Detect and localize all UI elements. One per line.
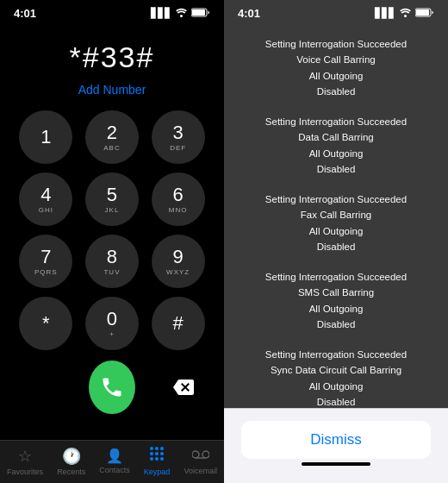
result-line: All Outgoing	[309, 302, 364, 317]
result-line: Disabled	[317, 162, 356, 177]
result-block-4: Setting Interrogation SucceededSync Data…	[241, 348, 431, 408]
svg-point-11	[160, 457, 164, 461]
tab-voicemail[interactable]: Voicemail	[184, 447, 217, 475]
tab-favourites[interactable]: ☆ Favourites	[7, 447, 43, 476]
result-block-2: Setting Interrogation SucceededFax Call …	[241, 192, 431, 254]
tab-contacts-label: Contacts	[99, 466, 130, 474]
svg-point-15	[404, 15, 407, 17]
status-bar-left: 4:01 ▋▋▋	[0, 0, 224, 23]
svg-point-7	[155, 452, 159, 455]
signal-icon-right: ▋▋▋	[375, 8, 395, 19]
svg-rect-17	[416, 9, 429, 16]
result-line: Disabled	[317, 317, 356, 332]
contacts-icon: 👤	[106, 448, 123, 464]
result-line: Setting Interrogation Succeeded	[265, 270, 407, 285]
result-panel: 4:01 ▋▋▋ Setting Interrogation Succeeded	[224, 0, 448, 483]
result-line: All Outgoing	[309, 380, 364, 394]
status-icons-right: ▋▋▋	[375, 7, 434, 20]
delete-button[interactable]	[161, 361, 207, 414]
time-right: 4:01	[238, 7, 260, 20]
svg-point-6	[150, 452, 153, 455]
result-line: Sync Data Circuit Call Barring	[271, 363, 401, 378]
battery-icon-right	[415, 7, 434, 20]
result-line: SMS Call Barring	[298, 285, 374, 300]
svg-point-13	[202, 451, 209, 458]
tab-recents[interactable]: 🕐 Recents	[57, 447, 85, 476]
dialer-panel: 4:01 ▋▋▋ *#33# Add Number	[0, 0, 224, 483]
result-line: Setting Interrogation Succeeded	[265, 192, 407, 207]
key-9[interactable]: 9 WXYZ	[152, 235, 205, 288]
svg-point-4	[155, 447, 159, 450]
keypad-icon	[149, 446, 165, 466]
tab-bar: ☆ Favourites 🕐 Recents 👤 Contacts Keypad	[0, 440, 224, 483]
svg-point-3	[150, 447, 153, 450]
tab-keypad-label: Keypad	[144, 467, 171, 476]
tab-recents-label: Recents	[57, 467, 85, 476]
status-bar-right: 4:01 ▋▋▋	[224, 0, 448, 23]
result-line: Disabled	[317, 395, 356, 408]
svg-point-8	[160, 452, 164, 455]
status-icons-left: ▋▋▋	[151, 7, 210, 20]
wifi-icon-right	[399, 7, 412, 20]
result-line: Data Call Barring	[298, 130, 374, 145]
dismiss-button[interactable]: Dismiss	[241, 421, 431, 459]
result-block-3: Setting Interrogation SucceededSMS Call …	[241, 270, 431, 332]
time-left: 4:01	[14, 7, 36, 20]
result-line: All Outgoing	[309, 147, 364, 161]
key-hash[interactable]: #	[152, 297, 205, 350]
key-3[interactable]: 3 DEF	[152, 110, 205, 164]
favourites-icon: ☆	[18, 447, 32, 466]
result-line: Setting Interrogation Succeeded	[265, 115, 407, 129]
recents-icon: 🕐	[62, 447, 81, 466]
battery-icon	[191, 7, 210, 20]
key-1[interactable]: 1	[19, 110, 72, 164]
result-line: Voice Call Barring	[296, 53, 375, 67]
result-line: Disabled	[317, 240, 356, 254]
key-8[interactable]: 8 TUV	[85, 235, 139, 288]
home-indicator	[241, 459, 431, 467]
placeholder-left	[17, 361, 63, 414]
tab-contacts[interactable]: 👤 Contacts	[99, 448, 130, 474]
svg-point-0	[180, 15, 183, 17]
wifi-icon	[175, 7, 188, 20]
key-7[interactable]: 7 PQRS	[19, 235, 72, 288]
svg-point-5	[160, 447, 164, 450]
key-star[interactable]: *	[19, 297, 72, 350]
tab-favourites-label: Favourites	[7, 467, 43, 476]
dial-number: *#33#	[70, 41, 155, 74]
result-line: Disabled	[317, 85, 356, 99]
result-line: All Outgoing	[309, 224, 364, 239]
home-bar	[302, 462, 370, 466]
svg-point-9	[150, 457, 153, 461]
result-line: Setting Interrogation Succeeded	[265, 37, 407, 52]
result-block-0: Setting Interrogation SucceededVoice Cal…	[241, 37, 431, 99]
add-number-label[interactable]: Add Number	[78, 83, 146, 97]
dial-display: *#33# Add Number 1 2 ABC 3 DEF 4 GHI 5 J…	[0, 23, 224, 440]
result-block-1: Setting Interrogation SucceededData Call…	[241, 115, 431, 177]
key-4[interactable]: 4 GHI	[19, 172, 72, 226]
keypad-grid: 1 2 ABC 3 DEF 4 GHI 5 JKL 6 MNO	[17, 110, 207, 350]
svg-point-10	[155, 457, 159, 461]
result-line: Setting Interrogation Succeeded	[265, 348, 407, 362]
result-content: Setting Interrogation SucceededVoice Cal…	[224, 23, 448, 408]
result-line: Fax Call Barring	[301, 208, 371, 223]
key-0[interactable]: 0 +	[85, 297, 139, 350]
signal-icon: ▋▋▋	[151, 8, 171, 19]
result-line: All Outgoing	[309, 69, 364, 84]
voicemail-icon	[192, 447, 209, 465]
key-6[interactable]: 6 MNO	[152, 172, 205, 226]
svg-rect-2	[192, 9, 205, 16]
tab-keypad[interactable]: Keypad	[144, 446, 171, 476]
action-row	[17, 361, 207, 414]
key-2[interactable]: 2 ABC	[85, 110, 139, 164]
call-button[interactable]	[89, 361, 134, 414]
tab-voicemail-label: Voicemail	[184, 467, 217, 475]
dismiss-area: Dismiss	[224, 408, 448, 483]
svg-point-12	[192, 451, 199, 458]
key-5[interactable]: 5 JKL	[85, 172, 139, 226]
